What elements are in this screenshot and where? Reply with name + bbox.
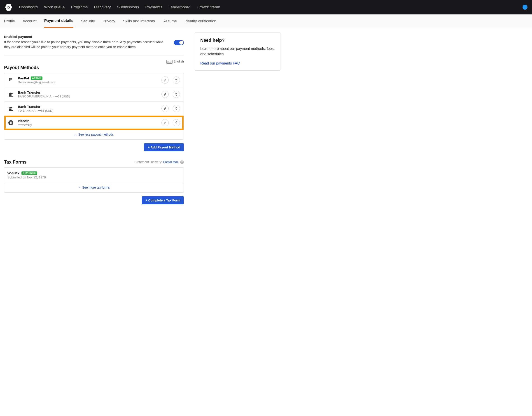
sub-nav: Profile Account Payment details Security…: [0, 14, 532, 28]
nav-programs[interactable]: Programs: [71, 5, 88, 9]
payout-method-title: Bank Transfer: [18, 105, 40, 109]
payout-method-sub: BANK OF AMERICA, N.A. - •••63 (USD): [18, 95, 158, 98]
help-faq-link[interactable]: Read our payments FAQ: [200, 61, 240, 65]
top-nav: b Dashboard Work queue Programs Discover…: [0, 0, 532, 14]
enabled-payment-title: Enabled payment: [4, 35, 167, 38]
nav-discovery[interactable]: Discovery: [94, 5, 111, 9]
tax-form-row: W-8IMY REVIEWED Submitted on Nov 22, 197…: [4, 168, 184, 183]
payout-method-sub: ••••••WNLy: [18, 123, 158, 127]
payout-method-sub: TD BANK NA - •••56 (USD): [18, 109, 158, 112]
nav-crowdstream[interactable]: CrowdStream: [197, 5, 220, 9]
tax-forms-heading: Tax Forms: [4, 160, 27, 165]
statement-delivery: Statement Delivery: Postal Mail ?: [135, 160, 184, 164]
nav-dashboard[interactable]: Dashboard: [19, 5, 38, 9]
avatar[interactable]: [522, 5, 527, 10]
enabled-payment-desc: If for some reason you'd like to pause p…: [4, 39, 167, 49]
help-icon[interactable]: ?: [180, 161, 184, 164]
see-less-payout-methods[interactable]: ︿See less payout methods: [4, 130, 184, 139]
tab-identity[interactable]: Identity verification: [185, 14, 216, 28]
sidebar: Need help? Learn more about our payment …: [195, 32, 280, 204]
edit-button[interactable]: [161, 91, 169, 98]
nav-work-queue[interactable]: Work queue: [44, 5, 65, 9]
payout-methods-heading: Payout Methods: [4, 65, 184, 70]
paypal-icon: [8, 77, 14, 83]
svg-text:b: b: [8, 5, 10, 9]
help-card: Need help? Learn more about our payment …: [195, 32, 280, 71]
add-payout-method-button[interactable]: +Add Payout Method: [144, 143, 184, 151]
bank-icon: [8, 105, 14, 112]
help-body: Learn more about our payment methods, fe…: [200, 46, 275, 57]
payout-method-title: Bitcoin: [18, 119, 29, 123]
tab-security[interactable]: Security: [81, 14, 95, 28]
edit-button[interactable]: [161, 105, 169, 112]
delete-button[interactable]: [173, 119, 180, 126]
tab-payment-details[interactable]: Payment details: [44, 14, 73, 28]
tax-form-sub: Submitted on Nov 22, 1978: [8, 176, 180, 179]
payout-method-title: Bank Transfer: [18, 90, 40, 94]
enabled-payment-toggle[interactable]: [174, 40, 184, 45]
tax-form-title: W-8IMY: [8, 171, 20, 175]
payout-method-row-bitcoin: ₿ Bitcoin ••••••WNLy: [4, 116, 184, 130]
nav-submissions[interactable]: Submissions: [117, 5, 139, 9]
language-icon: A|文: [167, 60, 173, 64]
bank-icon: [8, 91, 14, 97]
logo[interactable]: b: [5, 3, 13, 11]
statement-delivery-link[interactable]: Postal Mail: [163, 160, 178, 164]
see-more-tax-forms[interactable]: ﹀See more tax forms: [4, 183, 184, 192]
main-content: Enabled payment If for some reason you'd…: [4, 32, 184, 204]
delete-button[interactable]: [173, 105, 180, 112]
language-selector[interactable]: A|文English: [4, 60, 184, 64]
payout-method-row: Bank Transfer BANK OF AMERICA, N.A. - ••…: [4, 87, 184, 102]
edit-button[interactable]: [161, 76, 169, 84]
nav-leaderboard[interactable]: Leaderboard: [169, 5, 190, 9]
delete-button[interactable]: [173, 76, 180, 84]
active-badge: ACTIVE: [31, 76, 42, 80]
bitcoin-icon: ₿: [8, 120, 14, 126]
payout-methods-list: PayPal ACTIVE Demo_user@bugcrowd.com Ban…: [4, 73, 184, 140]
payout-method-title: PayPal: [18, 76, 29, 80]
payout-method-row: Bank Transfer TD BANK NA - •••56 (USD): [4, 102, 184, 116]
reviewed-badge: REVIEWED: [21, 171, 37, 175]
nav-payments[interactable]: Payments: [145, 5, 162, 9]
tab-profile[interactable]: Profile: [4, 14, 15, 28]
payout-method-row: PayPal ACTIVE Demo_user@bugcrowd.com: [4, 73, 184, 87]
complete-tax-form-button[interactable]: +Complete a Tax Form: [142, 196, 184, 204]
edit-button[interactable]: [161, 119, 169, 126]
chevron-down-icon: ﹀: [78, 186, 81, 190]
delete-button[interactable]: [173, 91, 180, 98]
help-title: Need help?: [200, 38, 275, 43]
tax-forms-list: W-8IMY REVIEWED Submitted on Nov 22, 197…: [4, 167, 184, 193]
tab-resume[interactable]: Resume: [163, 14, 177, 28]
chevron-up-icon: ︿: [74, 133, 77, 137]
payout-method-sub: Demo_user@bugcrowd.com: [18, 81, 158, 84]
tab-privacy[interactable]: Privacy: [103, 14, 115, 28]
tab-skills[interactable]: Skills and interests: [123, 14, 155, 28]
enabled-payment-section: Enabled payment If for some reason you'd…: [4, 32, 184, 56]
svg-text:₿: ₿: [10, 121, 12, 124]
tab-account[interactable]: Account: [23, 14, 36, 28]
